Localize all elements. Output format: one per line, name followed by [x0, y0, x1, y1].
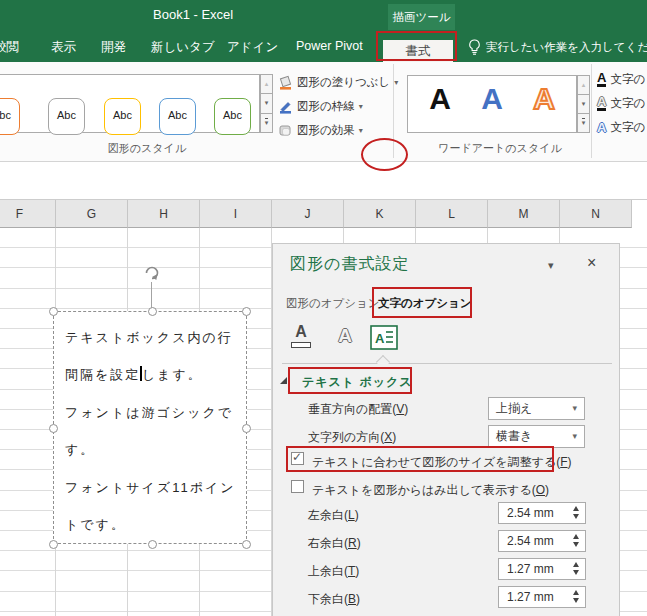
column-header-I[interactable]: I — [200, 200, 272, 228]
text-effects-button[interactable]: A 文字の — [597, 116, 645, 138]
top-margin-label: 上余白(T) — [308, 563, 359, 580]
shape-fill-button[interactable]: 図形の塗りつぶし ▾ — [278, 71, 398, 93]
selected-textbox[interactable]: テキストボックス内の行 間隔を設定します。 フォントは游ゴシックで す。 フォン… — [53, 311, 247, 544]
selection-handle-mid-right[interactable] — [242, 424, 251, 433]
panel-title: 図形の書式設定 — [290, 254, 409, 275]
textbox-line: トです。 — [65, 506, 241, 543]
overflow-label[interactable]: テキストを図形からはみ出して表示する(O) — [312, 482, 549, 499]
text-outline-button[interactable]: A 文字の — [597, 92, 645, 114]
dropdown-caret-icon: ▾ — [572, 398, 577, 419]
left-margin-spinner[interactable]: 2.54 mm — [498, 502, 586, 524]
tab-review[interactable]: 校閲 — [0, 39, 19, 56]
tell-me-box[interactable]: 実行したい作業を入力してください — [468, 39, 647, 55]
bottom-margin-spinner[interactable]: 1.27 mm — [498, 586, 586, 608]
shape-style-thumbnail[interactable]: Abc — [214, 98, 251, 135]
selection-handle-bottom-left[interactable] — [49, 540, 58, 549]
selection-handle-mid-left[interactable] — [49, 424, 58, 433]
shape-style-thumbnail[interactable]: Abc — [0, 98, 20, 135]
window-title: Book1 - Excel — [153, 7, 233, 22]
spinner-arrows-icon[interactable] — [573, 506, 579, 519]
title-bar: Book1 - Excel 描画ツール — [0, 0, 647, 30]
column-header-M[interactable]: M — [488, 200, 560, 228]
panel-options-caret[interactable]: ▾ — [548, 259, 554, 272]
panel-tab-text-options[interactable]: 文字のオプション — [378, 296, 472, 311]
shape-effects-button[interactable]: 図形の効果 ▾ — [278, 119, 363, 141]
column-header-J[interactable]: J — [272, 200, 344, 228]
textbox-line: フォントは游ゴシックで — [65, 394, 241, 431]
tab-developer[interactable]: 開発 — [101, 39, 126, 56]
column-header-G[interactable]: G — [56, 200, 128, 228]
paint-bucket-icon — [278, 75, 293, 90]
shape-effects-label: 図形の効果 — [297, 123, 355, 138]
tab-addins[interactable]: アドイン — [227, 39, 278, 56]
scroll-down-button[interactable]: ▾ — [577, 95, 590, 114]
shape-style-thumbnail[interactable]: Abc — [48, 98, 85, 135]
selection-handle-top-center[interactable] — [148, 307, 157, 316]
gallery-more-button[interactable]: ▾ — [577, 114, 590, 133]
spinner-arrows-icon[interactable] — [573, 562, 579, 575]
rotate-handle-icon[interactable] — [142, 263, 162, 283]
dropdown-caret-icon: ▾ — [572, 426, 577, 447]
scroll-down-button[interactable]: ▾ — [260, 94, 273, 113]
top-margin-spinner[interactable]: 1.27 mm — [498, 558, 586, 580]
panel-tab-shape-options[interactable]: 図形のオプション — [286, 296, 380, 311]
textbox-line: テキストボックス内の行 — [65, 319, 241, 356]
column-header-N[interactable]: N — [560, 200, 632, 228]
tab-new-tab[interactable]: 新しいタブ — [151, 39, 215, 56]
textbox-line: す。 — [65, 431, 241, 468]
wordart-style-black[interactable]: A — [418, 82, 462, 116]
text-effects-label: 文字の — [610, 120, 645, 135]
spinner-arrows-icon[interactable] — [573, 534, 579, 547]
left-margin-label: 左余白(L) — [308, 507, 359, 524]
ribbon-tab-bar: 校閲 表示 開発 新しいタブ アドイン Power Pivot 書式 実行したい… — [0, 30, 647, 62]
section-title-textbox[interactable]: テキスト ボックス — [302, 374, 413, 391]
tab-format-active[interactable]: 書式 — [383, 40, 453, 62]
text-fill-icon: A — [597, 71, 606, 87]
selection-handle-top-left[interactable] — [49, 307, 58, 316]
text-direction-dropdown[interactable]: 横書き ▾ — [488, 425, 585, 448]
autofit-checkbox-checked[interactable]: ✓ — [291, 452, 304, 465]
shape-style-thumbnail[interactable]: Abc — [104, 98, 141, 135]
tab-view[interactable]: 表示 — [51, 39, 76, 56]
ribbon: Abc Abc Abc Abc Abc ▴ ▾ ▾ 図形のスタイル 図形の塗りつ… — [0, 62, 647, 162]
gallery-more-button[interactable]: ▾ — [260, 114, 273, 133]
overflow-checkbox-unchecked[interactable] — [291, 480, 304, 493]
valign-dropdown[interactable]: 上揃え ▾ — [488, 397, 585, 420]
scroll-up-button[interactable]: ▴ — [260, 74, 273, 94]
autofit-label[interactable]: テキストに合わせて図形のサイズを調整する(F) — [312, 454, 572, 471]
text-fill-button[interactable]: A 文字の — [597, 68, 645, 90]
scroll-up-button[interactable]: ▴ — [577, 75, 590, 95]
column-header-L[interactable]: L — [416, 200, 488, 228]
text-effects-icon: A — [597, 121, 606, 134]
column-header-row: F G H I J K L M N — [0, 200, 647, 228]
textbox-line: フォントサイズ11ポイン — [65, 469, 241, 506]
column-header-K[interactable]: K — [344, 200, 416, 228]
shape-styles-scroll: ▴ ▾ ▾ — [260, 74, 273, 133]
svg-text:A: A — [375, 331, 385, 346]
text-fill-label: 文字の — [610, 72, 645, 87]
selection-handle-bottom-center[interactable] — [148, 540, 157, 549]
text-effects-category-icon[interactable]: A — [332, 324, 358, 348]
formula-bar[interactable] — [0, 163, 647, 200]
right-margin-spinner[interactable]: 2.54 mm — [498, 530, 586, 552]
column-header-F[interactable]: F — [0, 200, 56, 228]
tab-power-pivot[interactable]: Power Pivot — [296, 39, 363, 53]
wordart-style-orange-outline[interactable]: A — [522, 82, 566, 116]
wordart-style-blue[interactable]: A — [470, 82, 514, 116]
selection-handle-top-right[interactable] — [242, 307, 251, 316]
valign-label: 垂直方向の配置(V) — [308, 401, 408, 418]
shape-outline-button[interactable]: 図形の枠線 ▾ — [278, 95, 363, 117]
column-header-H[interactable]: H — [128, 200, 200, 228]
selection-handle-bottom-right[interactable] — [242, 540, 251, 549]
text-fill-outline-category-icon[interactable]: A — [288, 324, 314, 348]
wordart-group-label: ワードアートのスタイル — [380, 141, 620, 156]
shape-style-thumbnail[interactable]: Abc — [159, 98, 196, 135]
textbox-line: 間隔を設定します。 — [65, 356, 241, 393]
section-expand-triangle-icon[interactable] — [280, 377, 287, 384]
spinner-arrows-icon[interactable] — [573, 590, 579, 603]
pencil-icon — [278, 99, 293, 114]
panel-close-button[interactable]: × — [587, 255, 596, 271]
drawing-tools-context-tab[interactable]: 描画ツール — [388, 4, 455, 30]
textbox-category-icon-selected[interactable]: A — [370, 325, 398, 354]
panel-divider — [282, 363, 612, 364]
